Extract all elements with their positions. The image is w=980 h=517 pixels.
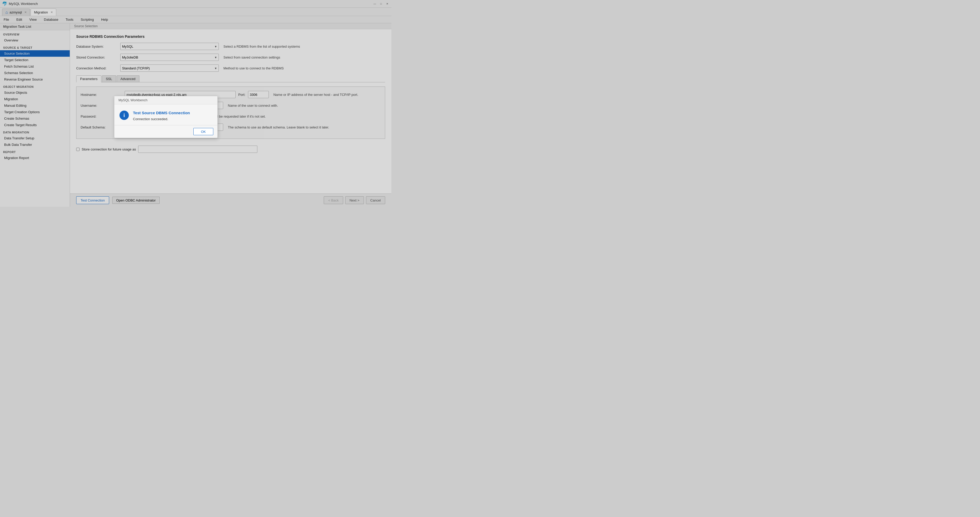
dialog-body: i Test Source DBMS Connection Connection… xyxy=(114,105,218,125)
dialog-info-icon: i xyxy=(119,111,129,120)
dialog-header: MySQL Workbench xyxy=(114,96,218,105)
dialog-message: Connection succeeded. xyxy=(133,117,190,121)
dialog-footer: OK xyxy=(114,125,218,138)
dialog-box: MySQL Workbench i Test Source DBMS Conne… xyxy=(114,96,218,138)
dialog-content: Test Source DBMS Connection Connection s… xyxy=(133,111,190,121)
dialog-ok-button[interactable]: OK xyxy=(193,128,213,135)
dialog-title: Test Source DBMS Connection xyxy=(133,111,190,115)
dialog-overlay: MySQL Workbench i Test Source DBMS Conne… xyxy=(0,0,391,207)
